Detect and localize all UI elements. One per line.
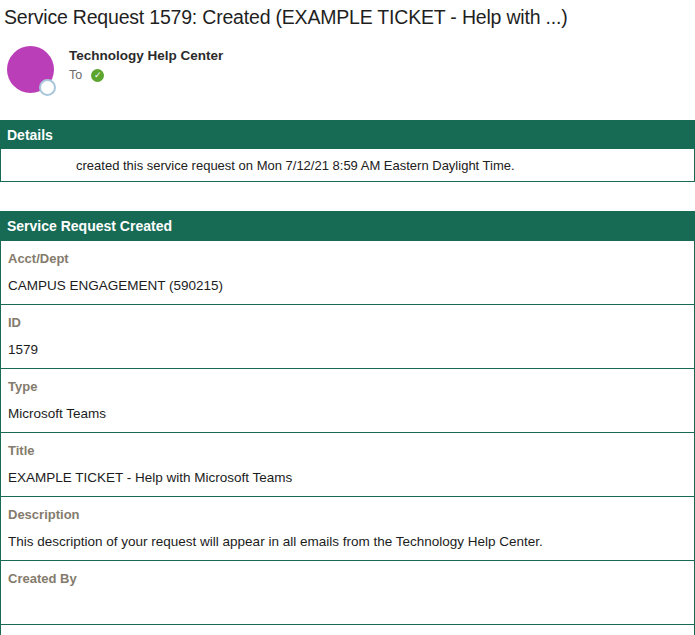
details-body-text: created this service request on Mon 7/12… <box>0 149 695 182</box>
sender-name[interactable]: Technology Help Center <box>69 48 223 63</box>
field-row-acct-dept: Acct/Dept CAMPUS ENGAGEMENT (590215) <box>1 241 694 305</box>
recipient-row: To ✓ <box>69 68 223 82</box>
field-label: Type <box>8 378 687 395</box>
sender-avatar[interactable] <box>7 46 54 93</box>
details-section-header: Details <box>0 120 695 149</box>
field-row-title: Title EXAMPLE TICKET - Help with Microso… <box>1 433 694 497</box>
next-row-partial <box>0 625 695 635</box>
sender-info: Technology Help Center To ✓ <box>69 46 223 82</box>
field-value: This description of your request will ap… <box>8 533 687 550</box>
field-label: Title <box>8 442 687 459</box>
field-row-type: Type Microsoft Teams <box>1 369 694 433</box>
field-list: Acct/Dept CAMPUS ENGAGEMENT (590215) ID … <box>0 241 695 625</box>
field-value: Microsoft Teams <box>8 405 687 422</box>
details-section: Details created this service request on … <box>0 120 695 182</box>
field-label: ID <box>8 314 687 331</box>
to-label[interactable]: To <box>69 68 82 82</box>
field-row-id: ID 1579 <box>1 305 694 369</box>
check-circle-icon: ✓ <box>91 69 104 82</box>
email-subject: Service Request 1579: Created (EXAMPLE T… <box>4 6 685 29</box>
service-request-section-header: Service Request Created <box>0 211 695 241</box>
sender-row: Technology Help Center To ✓ <box>7 46 695 94</box>
field-value <box>8 597 687 614</box>
field-value: EXAMPLE TICKET - Help with Microsoft Tea… <box>8 469 687 486</box>
field-value: CAMPUS ENGAGEMENT (590215) <box>8 277 687 294</box>
field-label: Acct/Dept <box>8 250 687 267</box>
field-value: 1579 <box>8 341 687 358</box>
field-label: Created By <box>8 570 687 587</box>
field-row-created-by: Created By <box>1 561 694 625</box>
field-label: Description <box>8 506 687 523</box>
field-row-description: Description This description of your req… <box>1 497 694 561</box>
service-request-section: Service Request Created Acct/Dept CAMPUS… <box>0 211 695 635</box>
presence-status-icon <box>39 79 56 96</box>
